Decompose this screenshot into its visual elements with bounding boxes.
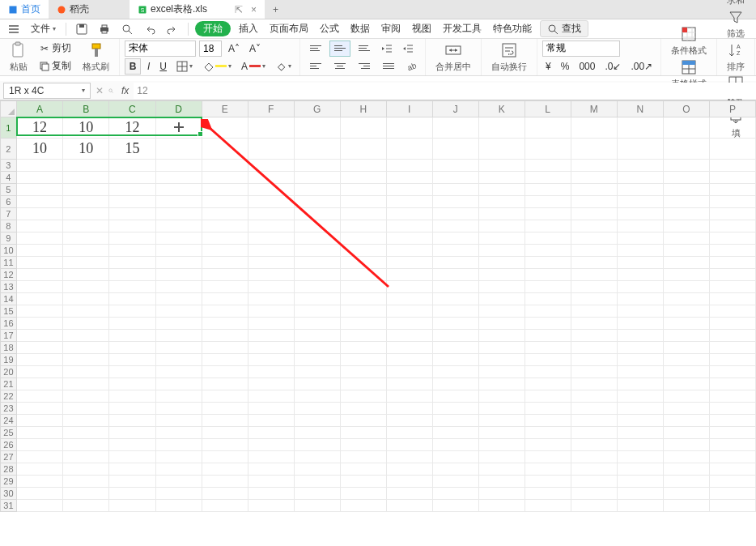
cell[interactable] [155,330,202,342]
cell[interactable] [248,378,294,390]
row-header[interactable]: 17 [1,330,17,342]
cell[interactable] [386,269,432,281]
cell[interactable] [248,245,294,257]
cell[interactable] [525,281,571,293]
cell[interactable] [525,403,571,415]
cell[interactable] [109,305,155,318]
cell[interactable] [478,257,525,269]
cell[interactable] [571,208,617,220]
cell[interactable] [248,139,294,160]
column-header[interactable]: G [294,101,340,117]
cell[interactable] [202,281,248,293]
row-header[interactable]: 11 [1,257,17,269]
cell[interactable] [571,245,617,257]
cell[interactable] [16,500,62,512]
cell[interactable] [525,305,571,318]
undo-button[interactable] [141,19,159,38]
cell[interactable] [109,245,155,257]
cell[interactable] [432,117,478,139]
cell[interactable] [155,378,202,390]
cell[interactable] [16,220,62,232]
cell[interactable] [432,463,478,476]
cell[interactable] [571,354,617,366]
cell[interactable] [155,342,202,354]
cell[interactable] [340,390,386,403]
cell[interactable] [294,318,340,330]
cell[interactable] [248,257,294,269]
cell[interactable] [525,366,571,378]
cell[interactable] [478,463,525,476]
cell[interactable] [340,139,386,160]
cell[interactable] [109,172,155,184]
cell[interactable] [109,390,155,403]
cell[interactable] [709,500,755,512]
cell[interactable] [478,139,525,160]
cell[interactable] [109,439,155,451]
font-name-select[interactable] [125,41,196,57]
cell[interactable] [663,330,709,342]
cell[interactable] [340,366,386,378]
cell[interactable] [109,196,155,208]
column-header[interactable]: K [478,101,525,117]
cell[interactable] [294,439,340,451]
cell[interactable] [294,476,340,488]
column-header[interactable]: F [248,101,294,117]
cell[interactable] [155,196,202,208]
cell[interactable] [63,196,109,208]
cell[interactable] [709,232,755,245]
cell[interactable] [202,415,248,427]
cell[interactable] [478,476,525,488]
cell[interactable] [617,269,663,281]
cell[interactable] [202,305,248,318]
cell[interactable] [386,463,432,476]
cell[interactable] [63,476,109,488]
cell[interactable] [202,232,248,245]
underline-button[interactable]: U [156,58,170,75]
cell[interactable] [202,463,248,476]
file-menu[interactable]: 文件▾ [28,19,59,38]
fx-label[interactable]: fx [117,85,134,96]
align-middle-button[interactable] [329,41,350,57]
cell[interactable] [432,378,478,390]
cell[interactable] [63,354,109,366]
cell[interactable] [709,245,755,257]
cell[interactable] [155,488,202,500]
cell[interactable] [478,451,525,463]
clear-format-button[interactable]: ◇▾ [272,58,295,75]
cell[interactable] [663,463,709,476]
cell[interactable] [663,500,709,512]
cell[interactable] [525,330,571,342]
cell[interactable] [663,245,709,257]
cell[interactable] [663,117,709,139]
cell[interactable] [617,139,663,160]
cell[interactable] [202,293,248,305]
cell[interactable] [63,366,109,378]
cell[interactable] [340,184,386,196]
cell[interactable] [155,305,202,318]
cell[interactable] [617,451,663,463]
cell[interactable] [525,184,571,196]
cell[interactable] [617,427,663,439]
cell[interactable] [63,378,109,390]
cell[interactable] [202,208,248,220]
cell[interactable] [571,451,617,463]
cell[interactable] [155,439,202,451]
cell[interactable] [478,117,525,139]
cell[interactable] [63,172,109,184]
cell[interactable] [202,117,248,139]
cell[interactable] [109,232,155,245]
cell[interactable] [478,415,525,427]
cell[interactable] [248,415,294,427]
row-header[interactable]: 20 [1,366,17,378]
number-format-select[interactable] [542,41,620,57]
cell[interactable] [432,139,478,160]
cell[interactable] [525,269,571,281]
justify-button[interactable] [378,58,399,75]
cell[interactable]: 10 [63,139,109,160]
cell[interactable] [16,415,62,427]
cell[interactable] [432,390,478,403]
row-header[interactable]: 25 [1,427,17,439]
cell[interactable] [294,269,340,281]
align-top-button[interactable] [305,41,326,57]
cell[interactable] [202,378,248,390]
